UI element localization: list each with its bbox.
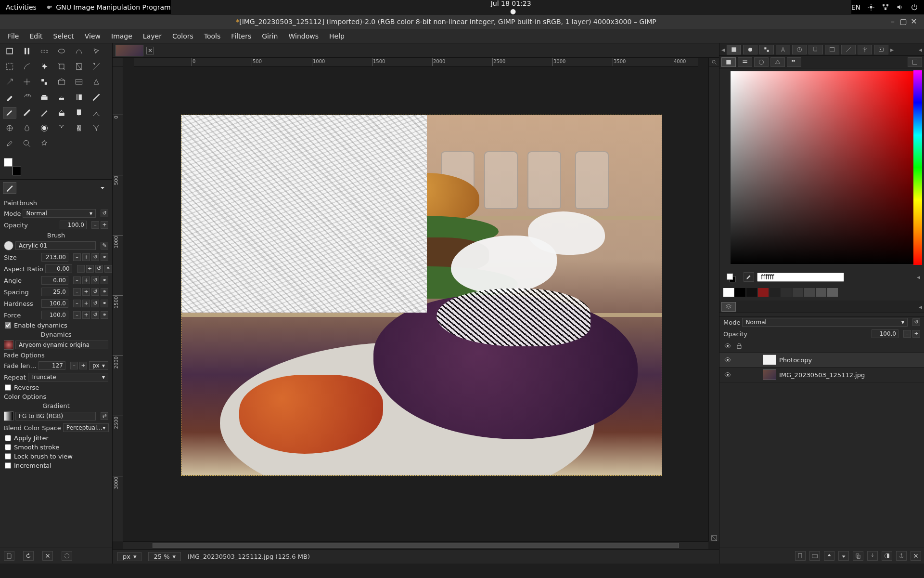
- brush-select[interactable]: Acrylic 01: [15, 241, 96, 250]
- tab-images[interactable]: [874, 45, 888, 54]
- hue-slider[interactable]: [913, 70, 922, 265]
- tool-rect-select[interactable]: [3, 45, 16, 57]
- tabscroll-left-icon[interactable]: ◂: [721, 46, 725, 53]
- colortab-palette[interactable]: [787, 57, 801, 67]
- tool-ellipse-select[interactable]: [55, 45, 68, 57]
- menu-select[interactable]: Select: [49, 30, 79, 42]
- incremental-check[interactable]: [5, 462, 11, 469]
- brightness-icon[interactable]: [867, 3, 875, 11]
- tool-perspective[interactable]: [55, 76, 68, 88]
- tool-cage[interactable]: [38, 76, 51, 88]
- reset-tool-options[interactable]: [62, 551, 72, 561]
- tool-crop[interactable]: [55, 61, 68, 72]
- aspect-link[interactable]: ⚭: [104, 265, 112, 273]
- tab-brushes[interactable]: [743, 45, 757, 54]
- tool-dodge[interactable]: [55, 122, 68, 134]
- volume-icon[interactable]: [896, 3, 904, 11]
- menu-filters[interactable]: Filters: [226, 30, 256, 42]
- dock-menu-icon[interactable]: [96, 182, 109, 194]
- force-value[interactable]: 100.0: [41, 311, 68, 319]
- lockbrush-check[interactable]: [5, 453, 11, 460]
- tool-airbrush[interactable]: [38, 107, 51, 118]
- hardness-reset[interactable]: ↺: [91, 300, 99, 307]
- gradient-preview[interactable]: [4, 411, 13, 421]
- size-link[interactable]: ⚭: [101, 253, 108, 261]
- tool-blur[interactable]: [20, 122, 34, 134]
- new-layer[interactable]: [795, 551, 806, 561]
- nav-preview-icon[interactable]: [708, 66, 719, 541]
- smooth-check[interactable]: [5, 444, 11, 450]
- tool-ink[interactable]: [55, 107, 68, 118]
- delete-tool-options[interactable]: [42, 551, 53, 561]
- palette-swatch[interactable]: [804, 288, 815, 297]
- save-tool-options[interactable]: [4, 551, 14, 561]
- spacing-reset[interactable]: ↺: [91, 288, 99, 296]
- colortab-triangle[interactable]: [770, 57, 785, 67]
- size-value[interactable]: 213.00: [41, 253, 68, 262]
- restore-tool-options[interactable]: [23, 551, 34, 561]
- dynamics-select[interactable]: Aryeom dynamic origina: [15, 341, 108, 349]
- maximize-button[interactable]: ▢: [898, 14, 909, 29]
- horizontal-scrollbar[interactable]: [123, 541, 708, 549]
- tool-free-select[interactable]: [72, 45, 86, 57]
- activities-button[interactable]: Activities: [6, 3, 37, 11]
- brush-edit[interactable]: ✎: [101, 242, 108, 250]
- menu-help[interactable]: Help: [324, 30, 349, 42]
- tool-fuzzy-select[interactable]: [38, 45, 51, 57]
- tab-fonts[interactable]: [776, 45, 790, 54]
- tool-pencil[interactable]: [90, 92, 103, 103]
- tool-3d-transform[interactable]: [72, 92, 86, 103]
- opacity-value[interactable]: 100.0: [60, 221, 87, 229]
- tool-handle-transform[interactable]: [55, 92, 68, 103]
- palette-swatch[interactable]: [758, 288, 769, 297]
- tab-document-history[interactable]: [808, 45, 823, 54]
- tab-patterns[interactable]: [759, 45, 774, 54]
- force-reset[interactable]: ↺: [91, 311, 99, 319]
- layer-opacity[interactable]: 100.0: [872, 329, 898, 338]
- menu-edit[interactable]: Edit: [25, 30, 47, 42]
- colortab-css[interactable]: [908, 57, 922, 67]
- colortab-wheel[interactable]: [754, 57, 769, 67]
- tool-flip[interactable]: [72, 76, 86, 88]
- unit-select[interactable]: px ▾: [117, 552, 141, 561]
- tool-scissors[interactable]: [90, 45, 103, 57]
- menu-layer[interactable]: Layer: [138, 30, 167, 42]
- ruler-vertical[interactable]: 050010001500200025003000: [113, 66, 123, 541]
- color-sv-box[interactable]: [731, 71, 913, 264]
- colortab-sliders[interactable]: [738, 57, 752, 67]
- angle-link[interactable]: ⚭: [101, 276, 108, 284]
- tabscroll-right-icon[interactable]: ▸: [890, 46, 894, 53]
- tool-smudge[interactable]: [38, 122, 51, 134]
- delete-layer[interactable]: [911, 551, 921, 561]
- layer-name[interactable]: IMG_20230503_125112.jpg: [779, 371, 865, 379]
- image-tab-close[interactable]: ✕: [146, 47, 154, 54]
- tool-bucket-fill[interactable]: [3, 92, 16, 103]
- tool-color-picker[interactable]: [3, 138, 16, 149]
- menu-windows[interactable]: Windows: [284, 30, 324, 42]
- lock-toggle[interactable]: [735, 342, 744, 350]
- color-menu[interactable]: ◂: [917, 273, 920, 281]
- palette-swatch[interactable]: [781, 288, 792, 297]
- palette-swatch[interactable]: [770, 288, 780, 297]
- enable-dynamics-check[interactable]: [5, 322, 11, 328]
- anchor-layer[interactable]: [896, 551, 907, 561]
- close-button[interactable]: ✕: [909, 14, 919, 29]
- menu-colors[interactable]: Colors: [167, 30, 198, 42]
- minimize-button[interactable]: –: [887, 14, 898, 29]
- visibility-toggle[interactable]: [723, 370, 732, 379]
- dock-menu[interactable]: ◂: [919, 46, 922, 53]
- colortab-square[interactable]: [721, 57, 736, 67]
- tool-heal[interactable]: [3, 122, 16, 134]
- pick-color-icon[interactable]: [744, 272, 754, 282]
- fg-bg-mini[interactable]: [726, 273, 736, 283]
- tool-warp[interactable]: [38, 92, 51, 103]
- tool-move[interactable]: [3, 76, 16, 88]
- clock[interactable]: Jul 18 01:23: [171, 0, 851, 7]
- tool-gradient[interactable]: [20, 92, 34, 103]
- tool-options-tab[interactable]: [3, 182, 16, 194]
- gradient-reverse[interactable]: ⇄: [101, 412, 108, 420]
- input-lang[interactable]: EN: [851, 3, 860, 11]
- tool-measure[interactable]: [90, 122, 103, 134]
- duplicate-layer[interactable]: [853, 551, 863, 561]
- tool-shear[interactable]: [90, 76, 103, 88]
